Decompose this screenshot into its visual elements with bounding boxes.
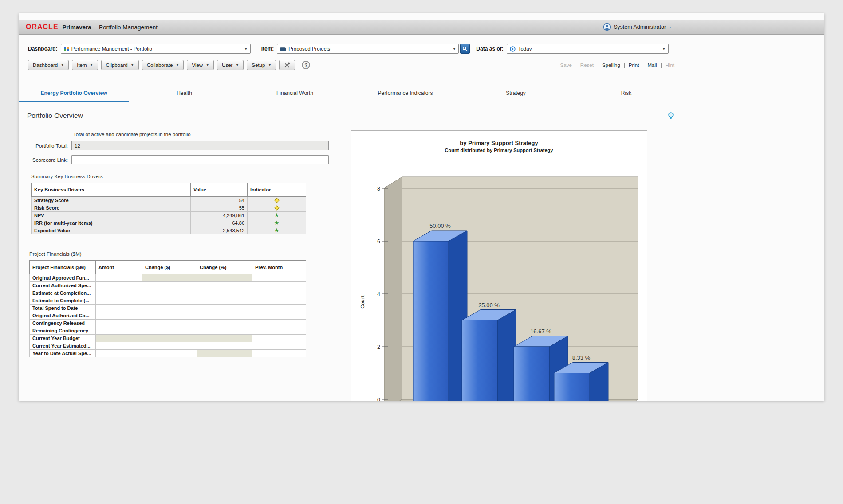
financial-cell: [96, 327, 142, 335]
financial-cell: [197, 312, 252, 320]
financial-cell: [252, 282, 306, 289]
menu-button-view[interactable]: View▼: [187, 60, 214, 70]
scorecard-link-field[interactable]: [71, 155, 329, 164]
financial-cell: [252, 320, 306, 327]
chevron-down-icon: ▼: [206, 63, 209, 66]
financial-cell: [252, 312, 306, 320]
driver-indicator-cell: [248, 204, 306, 212]
hint-lightbulb-icon[interactable]: [668, 112, 674, 120]
driver-name: Risk Score: [32, 204, 191, 212]
financial-cell: [96, 335, 142, 342]
yellow-diamond-icon: [274, 205, 279, 210]
financial-cell: [252, 297, 306, 305]
scorecard-link-label: Scorecard Link:: [27, 157, 68, 163]
tab-strip: Energy Portfolio OverviewHealthFinancial…: [19, 86, 824, 102]
user-menu[interactable]: System Administrator ▼: [603, 23, 672, 31]
chevron-down-icon: ▼: [244, 47, 248, 51]
financial-row-label: Year to Date Actual Spe...: [30, 350, 96, 357]
portfolio-total-field[interactable]: [71, 141, 329, 150]
menu-button-label: Item: [77, 63, 87, 68]
financial-cell: [96, 289, 142, 297]
support-strategy-chart: by Primary Support Strategy Count distri…: [351, 130, 647, 401]
divider: [89, 116, 337, 116]
title-bar: ORACLE Primavera Portfolio Management Sy…: [19, 20, 824, 35]
menu-button-clipboard[interactable]: Clipboard▼: [101, 60, 139, 70]
bar-value-label: 8.33 %: [572, 355, 591, 361]
menu-button-label: Clipboard: [106, 63, 128, 68]
financial-cell: [252, 274, 306, 282]
action-link-spelling[interactable]: Spelling: [598, 63, 620, 68]
item-select[interactable]: Proposed Projects ▼: [277, 44, 459, 54]
financial-row-label: Remaining Contingency: [30, 327, 96, 335]
tools-button[interactable]: [279, 60, 295, 70]
dashboard-select[interactable]: Performance Mangement - Portfolio ▼: [61, 44, 251, 54]
portfolio-total-label: Portfolio Total:: [27, 143, 68, 148]
menu-buttons: Dashboard▼Item▼Clipboard▼Collaborate▼Vie…: [28, 60, 279, 70]
table-row: Year to Date Actual Spe...: [30, 350, 306, 357]
driver-value: 64.86: [191, 219, 248, 227]
menu-button-dashboard[interactable]: Dashboard▼: [28, 60, 69, 70]
financial-cell: [142, 327, 197, 335]
chevron-down-icon: ▼: [662, 47, 666, 51]
dashboard-icon: [64, 47, 69, 51]
green-star-icon: ★: [274, 212, 280, 219]
tab-performance-indicators[interactable]: Performance Indicators: [350, 86, 461, 102]
tab-risk[interactable]: Risk: [571, 86, 681, 102]
y-tick-label: 8: [377, 186, 380, 192]
green-star-icon: ★: [274, 219, 280, 226]
financial-row-label: Original Approved Fun...: [30, 274, 96, 282]
tab-financial-worth[interactable]: Financial Worth: [240, 86, 350, 102]
menu-button-label: View: [192, 63, 203, 68]
data-as-of-select[interactable]: Today ▼: [507, 44, 669, 54]
financial-cell: [142, 320, 197, 327]
menu-button-user[interactable]: User▼: [217, 60, 244, 70]
menu-button-label: Dashboard: [33, 63, 58, 68]
chevron-down-icon: ▼: [90, 63, 93, 66]
action-link-mail[interactable]: Mail: [643, 63, 657, 68]
tab-bar: Energy Portfolio OverviewHealthFinancial…: [19, 86, 681, 102]
search-button[interactable]: [460, 44, 470, 54]
action-link-reset: Reset: [576, 63, 594, 68]
driver-indicator-cell: ★: [248, 227, 306, 234]
table-row: Current Year Estimated...: [30, 342, 306, 350]
table-header-row: Project Financials ($M) Amont Change ($)…: [30, 261, 306, 274]
green-star-icon: ★: [274, 227, 280, 234]
financial-cell: [252, 342, 306, 350]
divider: [345, 116, 663, 116]
user-name: System Administrator: [614, 24, 666, 30]
chart-bar: [514, 347, 549, 401]
action-link-print[interactable]: Print: [624, 63, 639, 68]
item-label: Item:: [261, 46, 274, 52]
chevron-down-icon: ▼: [236, 63, 239, 66]
portfolio-overview-panel: Total of active and candidate projects i…: [27, 120, 337, 357]
driver-name: Expected Value: [32, 227, 191, 234]
chart-bar-side: [497, 310, 516, 402]
table-row: Estimate at Completion...: [30, 289, 306, 297]
financial-row-label: Total Spend to Date: [30, 305, 96, 312]
help-button[interactable]: ?: [302, 61, 310, 69]
action-links: SaveResetSpellingPrintMailHint: [560, 63, 674, 68]
financial-cell: [197, 320, 252, 327]
financial-cell: [197, 327, 252, 335]
action-link-hint: Hint: [661, 63, 674, 68]
financial-cell: [142, 312, 197, 320]
financial-cell: [96, 350, 142, 357]
financial-row-label: Estimate to Complete (...: [30, 297, 96, 305]
column-header: Key Business Drivers: [32, 183, 191, 197]
financial-cell: [142, 274, 197, 282]
column-header: Change ($): [142, 261, 197, 274]
chevron-down-icon: ▼: [61, 63, 64, 66]
tab-health[interactable]: Health: [129, 86, 240, 102]
y-axis-label: Count: [360, 295, 365, 308]
tab-energy-portfolio-overview[interactable]: Energy Portfolio Overview: [19, 86, 129, 102]
table-row: NPV4,249,861★: [32, 212, 306, 219]
chart-bar: [554, 373, 590, 402]
financial-cell: [197, 274, 252, 282]
financial-cell: [197, 342, 252, 350]
menu-button-setup[interactable]: Setup▼: [247, 60, 276, 70]
menu-button-collaborate[interactable]: Collaborate▼: [142, 60, 184, 70]
page-title: Portfolio Overview: [27, 112, 83, 120]
menu-button-item[interactable]: Item▼: [72, 60, 98, 70]
bar-value-label: 16.67 %: [530, 328, 551, 335]
tab-strategy[interactable]: Strategy: [461, 86, 571, 102]
